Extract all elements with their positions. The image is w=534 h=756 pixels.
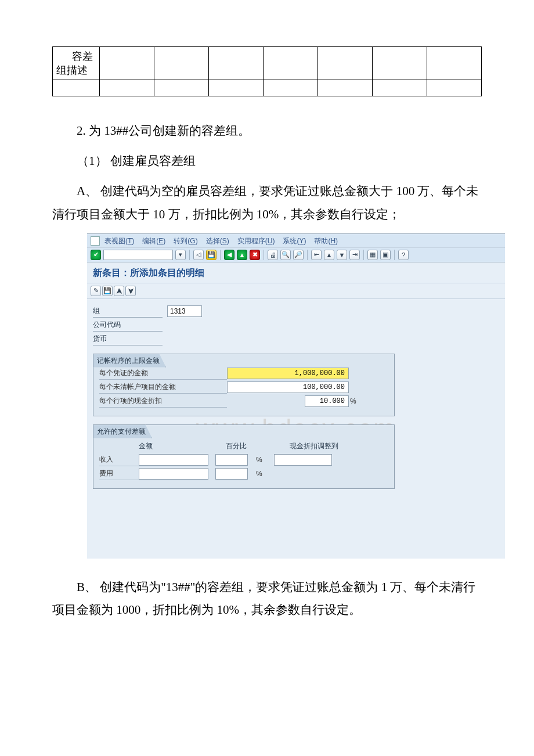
- print-icon[interactable]: 🖨: [268, 250, 278, 260]
- exit-icon[interactable]: ▲: [237, 250, 247, 260]
- label-income: 收入: [99, 453, 139, 466]
- table-row: 容差组描述: [53, 47, 482, 80]
- sap-app-toolbar: ✎ 💾 ⮝ ⮟: [87, 283, 505, 299]
- shortcut-icon[interactable]: ▣: [380, 250, 391, 260]
- enter-icon[interactable]: ✔: [91, 250, 101, 260]
- detail-icon[interactable]: ✎: [91, 286, 101, 296]
- prev-entry-icon[interactable]: ⮝: [114, 286, 124, 296]
- sap-screenshot: 表视图(T) 编辑(E) 转到(G) 选择(S) 实用程序(U) 系统(Y) 帮…: [87, 233, 505, 559]
- label-open-item-amount: 每个未清帐户项目的金额: [99, 381, 227, 394]
- separator: [189, 250, 190, 260]
- percent-sign: %: [350, 397, 356, 405]
- hdr-amount: 金额: [139, 441, 226, 451]
- panel-payment-diff: 允许的支付差额 金额 百分比 现金折扣调整到 收入 % 费用 %: [93, 424, 395, 489]
- input-doc-amount[interactable]: [227, 368, 349, 379]
- paragraph-b: B、 创建代码为"13##"的容差组，要求凭证过账总金额为 1 万、每个未清行项…: [52, 576, 482, 622]
- cell-label: 容差组描述: [53, 47, 100, 80]
- first-page-icon[interactable]: ⇤: [311, 250, 322, 260]
- panel-posting-limits: 记帐程序的上限金额 每个凭证的金额 每个未清帐户项目的金额 每个行项的现金折扣 …: [93, 354, 395, 416]
- input-income-adj[interactable]: [274, 454, 332, 466]
- next-entry-icon[interactable]: ⮟: [125, 286, 136, 296]
- menu-tableview[interactable]: 表视图(T): [104, 236, 134, 246]
- label-doc-amount: 每个凭证的金额: [99, 367, 227, 380]
- find-icon[interactable]: 🔍: [280, 250, 291, 260]
- dropdown-icon[interactable]: ▾: [175, 250, 186, 260]
- field-group: 组: [93, 305, 499, 318]
- menu-goto[interactable]: 转到(G): [174, 236, 197, 246]
- sap-system-toolbar: ✔ ▾ ◁ 💾 ◀ ▲ ✖ 🖨 🔍 🔎 ⇤ ▲ ▼ ⇥ ▦ ▣ ?: [87, 248, 505, 262]
- panel-title-limits: 记帐程序的上限金额: [93, 354, 166, 368]
- next-page-icon[interactable]: ▼: [337, 250, 347, 260]
- prev-page-icon[interactable]: ▲: [324, 250, 334, 260]
- back-icon[interactable]: ◀: [224, 250, 234, 260]
- save-icon[interactable]: 💾: [206, 250, 217, 260]
- save-entry-icon[interactable]: 💾: [102, 286, 113, 296]
- field-company: 公司代码: [93, 319, 499, 332]
- cancel-icon[interactable]: ✖: [250, 250, 260, 260]
- sap-body: 组 公司代码 货币 www.bdocx.com 记帐程序的上限金额 每个凭证的金…: [87, 299, 505, 559]
- panel-title-paydiff: 允许的支付差额: [93, 424, 152, 438]
- label-company: 公司代码: [93, 319, 163, 332]
- paragraph-sub1: （1） 创建雇员容差组: [52, 150, 482, 173]
- menu-system[interactable]: 系统(Y): [283, 236, 306, 246]
- table-row: [53, 80, 482, 96]
- label-currency: 货币: [93, 333, 163, 345]
- help-icon[interactable]: ?: [398, 250, 409, 260]
- paydiff-header: 金额 百分比 现金折扣调整到: [99, 441, 388, 451]
- paragraph-step2: 2. 为 13##公司创建新的容差组。: [52, 120, 482, 143]
- menu-help[interactable]: 帮助(H): [314, 236, 338, 246]
- hdr-adjust: 现金折扣调整到: [290, 441, 377, 451]
- row-expense: 费用 %: [99, 467, 388, 480]
- tolerance-desc-table: 容差组描述: [52, 46, 482, 96]
- row-income: 收入 %: [99, 453, 388, 466]
- label-cash-discount: 每个行项的现金折扣: [99, 395, 227, 408]
- prev-icon[interactable]: ◁: [193, 250, 204, 260]
- hdr-percent: 百分比: [226, 441, 290, 451]
- menu-select[interactable]: 选择(S): [206, 236, 229, 246]
- input-group[interactable]: [167, 305, 202, 317]
- paragraph-a: A、 创建代码为空的雇员容差组，要求凭证过账总金额大于 100 万、每个未清行项…: [52, 180, 482, 226]
- menu-edit[interactable]: 编辑(E): [142, 236, 165, 246]
- sap-menu-bar: 表视图(T) 编辑(E) 转到(G) 选择(S) 实用程序(U) 系统(Y) 帮…: [87, 234, 505, 248]
- menu-utilities[interactable]: 实用程序(U): [237, 236, 275, 246]
- field-currency: 货币: [93, 333, 499, 345]
- input-expense-pct[interactable]: [215, 468, 248, 480]
- input-expense-amount[interactable]: [139, 468, 208, 480]
- find-next-icon[interactable]: 🔎: [293, 250, 304, 260]
- input-open-item-amount[interactable]: [227, 381, 349, 393]
- input-cash-discount[interactable]: [305, 395, 349, 407]
- label-group: 组: [93, 305, 163, 318]
- input-income-amount[interactable]: [139, 454, 208, 466]
- label-expense: 费用: [99, 467, 139, 480]
- last-page-icon[interactable]: ⇥: [349, 250, 360, 260]
- input-income-pct[interactable]: [215, 454, 248, 466]
- command-field[interactable]: [103, 250, 173, 260]
- screen-title: 新条目：所添加条目的明细: [87, 262, 505, 283]
- new-session-icon[interactable]: ▦: [367, 250, 378, 260]
